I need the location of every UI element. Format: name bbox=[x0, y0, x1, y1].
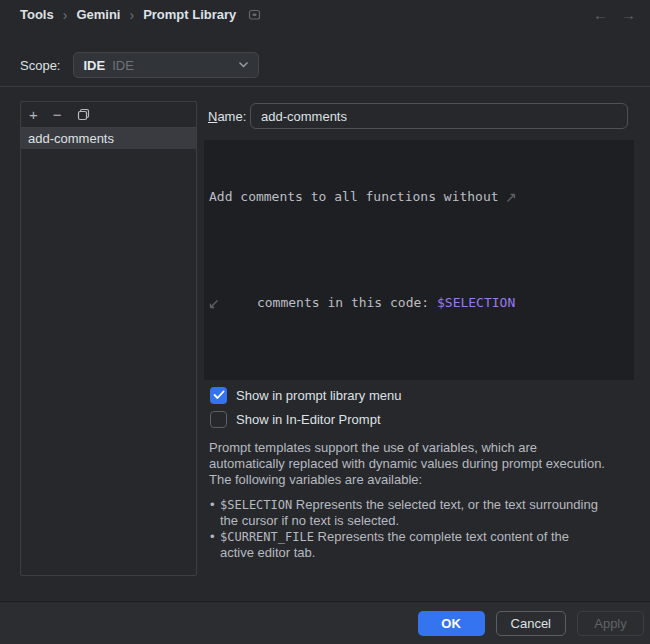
variable-text: Represents the selected text, or the tex… bbox=[292, 497, 598, 512]
option-show-in-editor-prompt: Show in In-Editor Prompt bbox=[210, 410, 381, 428]
variable-selection: $SELECTION Represents the selected text,… bbox=[209, 497, 643, 529]
description-line: The following variables are available: bbox=[209, 472, 643, 488]
checkbox-show-in-prompt-library[interactable] bbox=[210, 387, 227, 404]
prompt-list-panel: + − add-comments bbox=[20, 101, 197, 576]
name-label: Name: bbox=[208, 109, 250, 124]
breadcrumb-chevron-icon: › bbox=[129, 8, 134, 22]
checkbox-show-in-editor-prompt[interactable] bbox=[210, 411, 227, 428]
history-nav: ← → bbox=[593, 6, 636, 24]
ok-button[interactable]: OK bbox=[418, 611, 485, 636]
variable-name: $CURRENT_FILE bbox=[220, 530, 314, 544]
editor-line: comments in this code: $SELECTION bbox=[209, 251, 630, 354]
editor-text: comments in this code: bbox=[257, 291, 437, 315]
checkbox-label: Show in In-Editor Prompt bbox=[236, 412, 381, 427]
variables-list: $SELECTION Represents the selected text,… bbox=[209, 497, 643, 561]
breadcrumb: Tools › Gemini › Prompt Library bbox=[20, 7, 261, 22]
variable-current-file: $CURRENT_FILE Represents the complete te… bbox=[209, 529, 643, 561]
scope-selected-value: IDE bbox=[83, 58, 105, 73]
copy-settings-icon[interactable] bbox=[248, 8, 261, 21]
header-divider bbox=[0, 86, 650, 87]
description-line: Prompt templates support the use of vari… bbox=[209, 440, 643, 456]
description-line: automatically replaced with dynamic valu… bbox=[209, 456, 643, 472]
back-arrow-icon[interactable]: ← bbox=[593, 6, 608, 24]
variable-name: $SELECTION bbox=[220, 498, 292, 512]
list-toolbar: + − bbox=[21, 102, 196, 128]
breadcrumb-chevron-icon: › bbox=[63, 8, 68, 22]
editor-text: Add comments to all functions without bbox=[209, 185, 499, 209]
scope-row: Scope: IDE IDE bbox=[20, 52, 259, 78]
variable-text: Represents the complete text content of … bbox=[314, 529, 569, 544]
variable-text: the cursor if no text is selected. bbox=[220, 513, 643, 529]
remove-icon[interactable]: − bbox=[53, 107, 62, 122]
breadcrumb-prompt-library: Prompt Library bbox=[143, 7, 236, 22]
scope-dropdown[interactable]: IDE IDE bbox=[73, 52, 259, 78]
prompt-editor[interactable]: Add comments to all functions without co… bbox=[204, 140, 634, 380]
variables-description: Prompt templates support the use of vari… bbox=[209, 440, 643, 561]
chevron-down-icon bbox=[238, 61, 249, 69]
variable-text: active editor tab. bbox=[220, 545, 643, 561]
scope-label: Scope: bbox=[20, 58, 60, 73]
scope-hint-text: IDE bbox=[112, 58, 134, 73]
checkbox-label: Show in prompt library menu bbox=[236, 388, 401, 403]
prompt-list: add-comments bbox=[21, 128, 196, 149]
editor-line: Add comments to all functions without bbox=[209, 142, 630, 251]
name-input[interactable] bbox=[250, 103, 628, 129]
apply-button: Apply bbox=[577, 611, 644, 636]
add-icon[interactable]: + bbox=[29, 107, 38, 122]
soft-wrap-continuation-icon bbox=[209, 251, 256, 358]
soft-wrap-icon bbox=[506, 144, 553, 251]
name-row: Name: bbox=[208, 103, 628, 129]
footer-button-bar: OK Cancel Apply bbox=[0, 602, 650, 644]
forward-arrow-icon[interactable]: → bbox=[621, 6, 636, 24]
breadcrumb-tools[interactable]: Tools bbox=[20, 7, 54, 22]
selection-variable-token: $SELECTION bbox=[437, 291, 515, 315]
duplicate-icon[interactable] bbox=[77, 108, 90, 121]
breadcrumb-gemini[interactable]: Gemini bbox=[76, 7, 120, 22]
cancel-button[interactable]: Cancel bbox=[496, 611, 566, 636]
option-show-in-prompt-library: Show in prompt library menu bbox=[210, 386, 401, 404]
list-item-add-comments[interactable]: add-comments bbox=[21, 128, 196, 149]
